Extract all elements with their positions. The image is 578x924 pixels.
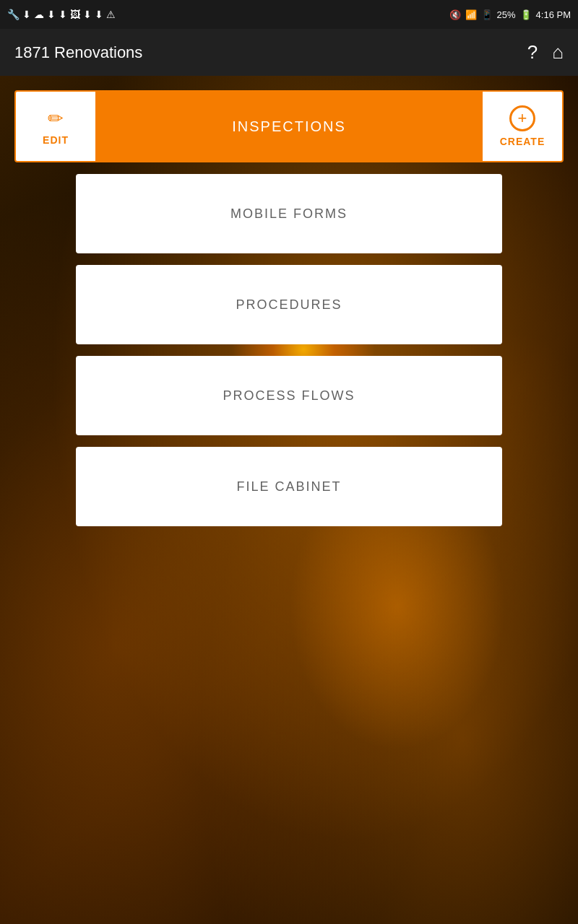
download-icon-1: ⬇ (22, 9, 31, 20)
status-bar: 🔧 ⬇ ☁ ⬇ ⬇ 🖼 ⬇ ⬇ ⚠ 🔇 📶 📱 25% 🔋 4:16 PM (0, 0, 578, 29)
header-bar: ✏ EDIT INSPECTIONS + CREATE (14, 90, 564, 162)
create-label: CREATE (500, 136, 545, 147)
image-icon: 🖼 (70, 9, 80, 20)
edit-button[interactable]: ✏ EDIT (16, 92, 95, 161)
pencil-icon: ✏ (48, 108, 64, 130)
mute-icon: 🔇 (449, 9, 461, 20)
app-title: 1871 Renovations (14, 43, 142, 62)
download-icon-4: ⬇ (83, 9, 92, 20)
help-button[interactable]: ? (527, 41, 538, 64)
plus-circle-icon: + (509, 105, 535, 131)
app-bar-actions: ? ⌂ (527, 41, 564, 64)
time: 4:16 PM (536, 9, 571, 20)
warning-icon: ⚠ (106, 9, 116, 20)
battery-level: 25% (497, 9, 516, 20)
create-button[interactable]: + CREATE (483, 92, 562, 161)
mobile-forms-label: MOBILE FORMS (230, 206, 348, 222)
file-cabinet-label: FILE CABINET (236, 479, 341, 494)
file-cabinet-item[interactable]: FILE CABINET (76, 447, 502, 526)
mobile-forms-item[interactable]: MOBILE FORMS (76, 174, 502, 253)
procedures-label: PROCEDURES (236, 297, 342, 313)
procedures-item[interactable]: PROCEDURES (76, 265, 502, 344)
home-button[interactable]: ⌂ (552, 41, 564, 64)
download-icon-3: ⬇ (59, 9, 67, 20)
tool-icon: 🔧 (7, 9, 20, 20)
edit-label: EDIT (43, 134, 69, 146)
page-title: INSPECTIONS (95, 92, 483, 161)
download-icon-2: ⬇ (47, 9, 56, 20)
battery-icon: 🔋 (520, 9, 532, 20)
signal-icon: 📱 (481, 9, 493, 20)
cloud-icon: ☁ (34, 9, 44, 20)
wifi-icon: 📶 (465, 9, 477, 20)
main-content: ✏ EDIT INSPECTIONS + CREATE MOBILE FORMS… (0, 76, 578, 924)
app-bar: 1871 Renovations ? ⌂ (0, 29, 578, 76)
download-icon-5: ⬇ (95, 9, 103, 20)
process-flows-item[interactable]: PROCESS FLOWS (76, 356, 502, 435)
status-right: 🔇 📶 📱 25% 🔋 4:16 PM (449, 9, 571, 20)
process-flows-label: PROCESS FLOWS (223, 388, 355, 404)
status-icons: 🔧 ⬇ ☁ ⬇ ⬇ 🖼 ⬇ ⬇ ⚠ (7, 9, 116, 20)
